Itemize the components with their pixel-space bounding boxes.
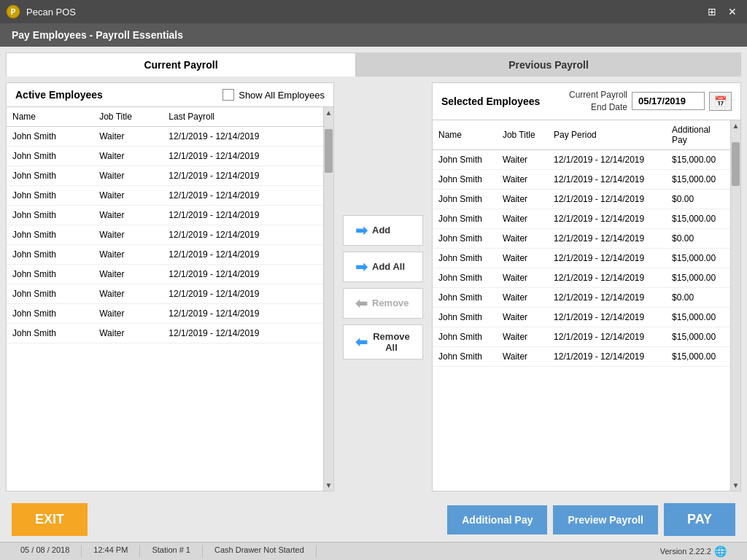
sel-emp-pay-period: 12/1/2019 - 12/14/2019 bbox=[548, 228, 666, 248]
employee-row[interactable]: John Smith Waiter 12/1/2019 - 12/14/2019 bbox=[7, 304, 323, 324]
sel-emp-job-title: Waiter bbox=[497, 307, 548, 327]
right-scroll-up[interactable]: ▲ bbox=[731, 120, 740, 131]
emp-name: John Smith bbox=[7, 284, 93, 304]
close-button[interactable]: ✕ bbox=[724, 4, 741, 19]
employee-row[interactable]: John Smith Waiter 12/1/2019 - 12/14/2019 bbox=[7, 245, 323, 265]
emp-last-payroll: 12/1/2019 - 12/14/2019 bbox=[163, 186, 323, 206]
add-all-button[interactable]: ➡ Add All bbox=[343, 252, 423, 282]
sel-emp-name: John Smith bbox=[433, 149, 497, 169]
scroll-up-arrow[interactable]: ▲ bbox=[324, 107, 333, 118]
employee-row[interactable]: John Smith Waiter 12/1/2019 - 12/14/2019 bbox=[7, 265, 323, 284]
status-cash-drawer: Cash Drawer Not Started bbox=[203, 545, 317, 557]
emp-last-payroll: 12/1/2019 - 12/14/2019 bbox=[163, 245, 323, 265]
sel-emp-additional-pay: $15,000.00 bbox=[666, 169, 730, 189]
sel-emp-name: John Smith bbox=[433, 268, 497, 287]
emp-job-title: Waiter bbox=[93, 225, 163, 245]
selected-employee-row[interactable]: John Smith Waiter 12/1/2019 - 12/14/2019… bbox=[433, 209, 730, 228]
selected-employee-row[interactable]: John Smith Waiter 12/1/2019 - 12/14/2019… bbox=[433, 346, 730, 366]
emp-job-title: Waiter bbox=[93, 284, 163, 304]
sel-emp-job-title: Waiter bbox=[497, 346, 548, 366]
employee-row[interactable]: John Smith Waiter 12/1/2019 - 12/14/2019 bbox=[7, 127, 323, 147]
additional-pay-button[interactable]: Additional Pay bbox=[447, 505, 547, 534]
selected-employee-row[interactable]: John Smith Waiter 12/1/2019 - 12/14/2019… bbox=[433, 287, 730, 307]
status-bar: 05 / 08 / 2018 12:44 PM Station # 1 Cash… bbox=[0, 542, 747, 560]
emp-job-title: Waiter bbox=[93, 147, 163, 166]
remove-arrow-icon: ⬅ bbox=[355, 295, 368, 312]
sel-emp-job-title: Waiter bbox=[497, 268, 548, 287]
selected-employee-row[interactable]: John Smith Waiter 12/1/2019 - 12/14/2019… bbox=[433, 169, 730, 189]
emp-last-payroll: 12/1/2019 - 12/14/2019 bbox=[163, 206, 323, 225]
emp-last-payroll: 12/1/2019 - 12/14/2019 bbox=[163, 127, 323, 147]
app-name: Pecan POS bbox=[26, 7, 76, 18]
sel-emp-additional-pay: $15,000.00 bbox=[666, 268, 730, 287]
emp-name: John Smith bbox=[7, 206, 93, 225]
sel-emp-name: John Smith bbox=[433, 189, 497, 209]
selected-employee-row[interactable]: John Smith Waiter 12/1/2019 - 12/14/2019… bbox=[433, 248, 730, 268]
calendar-button[interactable]: 📅 bbox=[709, 92, 732, 111]
selected-table: Name Job Title Pay Period AdditionalPay … bbox=[433, 120, 730, 367]
selected-employee-row[interactable]: John Smith Waiter 12/1/2019 - 12/14/2019… bbox=[433, 268, 730, 287]
add-arrow-icon: ➡ bbox=[355, 222, 368, 239]
sel-emp-job-title: Waiter bbox=[497, 209, 548, 228]
sel-emp-additional-pay: $0.00 bbox=[666, 287, 730, 307]
active-employees-title: Active Employees bbox=[15, 89, 217, 101]
end-date-input[interactable] bbox=[632, 92, 705, 110]
sel-emp-pay-period: 12/1/2019 - 12/14/2019 bbox=[548, 169, 666, 189]
emp-name: John Smith bbox=[7, 186, 93, 206]
grid-button[interactable]: ⊞ bbox=[703, 4, 721, 19]
sel-emp-name: John Smith bbox=[433, 327, 497, 346]
selected-employees-title: Selected Employees bbox=[441, 96, 540, 107]
sel-emp-pay-period: 12/1/2019 - 12/14/2019 bbox=[548, 189, 666, 209]
employee-row[interactable]: John Smith Waiter 12/1/2019 - 12/14/2019 bbox=[7, 206, 323, 225]
selected-employee-row[interactable]: John Smith Waiter 12/1/2019 - 12/14/2019… bbox=[433, 307, 730, 327]
show-all-employees[interactable]: Show All Employees bbox=[222, 89, 325, 101]
employee-row[interactable]: John Smith Waiter 12/1/2019 - 12/14/2019 bbox=[7, 147, 323, 166]
sel-emp-job-title: Waiter bbox=[497, 228, 548, 248]
left-scrollbar[interactable]: ▲ ▼ bbox=[323, 107, 333, 491]
employee-row[interactable]: John Smith Waiter 12/1/2019 - 12/14/2019 bbox=[7, 324, 323, 343]
pay-button[interactable]: PAY bbox=[664, 503, 735, 536]
emp-job-title: Waiter bbox=[93, 324, 163, 343]
remove-all-button[interactable]: ⬅ Remove All bbox=[343, 324, 423, 359]
sel-emp-pay-period: 12/1/2019 - 12/14/2019 bbox=[548, 346, 666, 366]
remove-button[interactable]: ⬅ Remove bbox=[343, 288, 423, 319]
selected-table-scroll[interactable]: Name Job Title Pay Period AdditionalPay … bbox=[433, 120, 740, 491]
sel-emp-name: John Smith bbox=[433, 228, 497, 248]
show-all-label: Show All Employees bbox=[239, 90, 325, 101]
sel-emp-additional-pay: $15,000.00 bbox=[666, 209, 730, 228]
selected-employee-row[interactable]: John Smith Waiter 12/1/2019 - 12/14/2019… bbox=[433, 327, 730, 346]
sel-emp-pay-period: 12/1/2019 - 12/14/2019 bbox=[548, 287, 666, 307]
exit-button[interactable]: EXIT bbox=[12, 503, 88, 536]
preview-payroll-button[interactable]: Preview Payroll bbox=[553, 505, 658, 534]
sel-emp-name: John Smith bbox=[433, 307, 497, 327]
app-icon: P bbox=[6, 4, 20, 19]
right-scroll-thumb[interactable] bbox=[732, 142, 740, 186]
col-job-title: Job Title bbox=[93, 107, 163, 127]
selected-employee-row[interactable]: John Smith Waiter 12/1/2019 - 12/14/2019… bbox=[433, 228, 730, 248]
tab-previous[interactable]: Previous Payroll bbox=[356, 52, 741, 77]
sel-emp-pay-period: 12/1/2019 - 12/14/2019 bbox=[548, 149, 666, 169]
right-panel: Selected Employees Current PayrollEnd Da… bbox=[432, 82, 741, 491]
sel-emp-pay-period: 12/1/2019 - 12/14/2019 bbox=[548, 209, 666, 228]
employee-row[interactable]: John Smith Waiter 12/1/2019 - 12/14/2019 bbox=[7, 225, 323, 245]
left-header: Active Employees Show All Employees bbox=[7, 83, 333, 107]
tab-current[interactable]: Current Payroll bbox=[6, 52, 356, 77]
selected-table-container: Name Job Title Pay Period AdditionalPay … bbox=[433, 120, 740, 491]
middle-buttons: ➡ Add ➡ Add All ⬅ Remove ⬅ Remove All bbox=[340, 82, 426, 491]
right-scrollbar[interactable]: ▲ ▼ bbox=[730, 120, 740, 491]
add-button[interactable]: ➡ Add bbox=[343, 215, 423, 246]
right-scroll-down[interactable]: ▼ bbox=[731, 480, 740, 491]
employee-row[interactable]: John Smith Waiter 12/1/2019 - 12/14/2019 bbox=[7, 284, 323, 304]
scroll-down-arrow[interactable]: ▼ bbox=[324, 480, 333, 491]
sel-emp-name: John Smith bbox=[433, 169, 497, 189]
selected-employee-row[interactable]: John Smith Waiter 12/1/2019 - 12/14/2019… bbox=[433, 189, 730, 209]
remove-all-arrow-icon: ⬅ bbox=[355, 333, 368, 351]
sel-emp-additional-pay: $15,000.00 bbox=[666, 327, 730, 346]
employee-row[interactable]: John Smith Waiter 12/1/2019 - 12/14/2019 bbox=[7, 186, 323, 206]
show-all-checkbox[interactable] bbox=[222, 89, 234, 101]
employees-table-scroll[interactable]: Name Job Title Last Payroll John Smith W… bbox=[7, 107, 333, 491]
scroll-thumb[interactable] bbox=[325, 129, 333, 173]
sel-emp-job-title: Waiter bbox=[497, 189, 548, 209]
selected-employee-row[interactable]: John Smith Waiter 12/1/2019 - 12/14/2019… bbox=[433, 149, 730, 169]
employee-row[interactable]: John Smith Waiter 12/1/2019 - 12/14/2019 bbox=[7, 166, 323, 186]
